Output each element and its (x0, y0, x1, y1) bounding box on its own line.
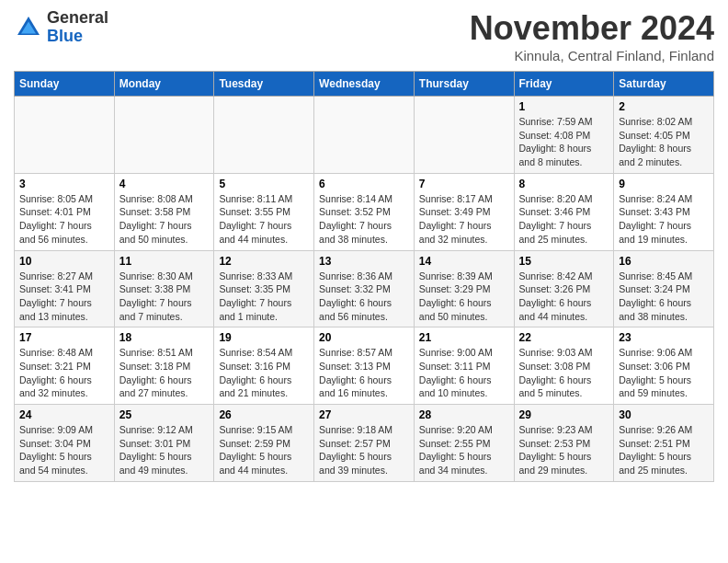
day-info: Sunrise: 8:05 AM Sunset: 4:01 PM Dayligh… (19, 192, 109, 247)
calendar-cell: 3Sunrise: 8:05 AM Sunset: 4:01 PM Daylig… (15, 173, 115, 250)
week-row-5: 24Sunrise: 9:09 AM Sunset: 3:04 PM Dayli… (15, 405, 714, 482)
day-info: Sunrise: 9:15 AM Sunset: 2:59 PM Dayligh… (219, 423, 309, 477)
day-number: 4 (119, 178, 210, 190)
day-number: 25 (119, 408, 210, 421)
day-number: 19 (219, 331, 309, 344)
calendar-cell: 18Sunrise: 8:51 AM Sunset: 3:18 PM Dayli… (114, 327, 214, 405)
day-info: Sunrise: 8:17 AM Sunset: 3:49 PM Dayligh… (419, 192, 509, 247)
logo-text: General Blue (47, 9, 108, 46)
calendar-cell: 20Sunrise: 8:57 AM Sunset: 3:13 PM Dayli… (314, 327, 415, 405)
calendar-cell: 9Sunrise: 8:24 AM Sunset: 3:43 PM Daylig… (614, 173, 714, 250)
calendar-cell: 6Sunrise: 8:14 AM Sunset: 3:52 PM Daylig… (314, 173, 415, 250)
day-number: 30 (619, 408, 709, 421)
calendar-table: SundayMondayTuesdayWednesdayThursdayFrid… (14, 71, 714, 482)
calendar-cell: 25Sunrise: 9:12 AM Sunset: 3:01 PM Dayli… (114, 405, 214, 482)
calendar-cell: 21Sunrise: 9:00 AM Sunset: 3:11 PM Dayli… (414, 327, 514, 405)
calendar-cell: 1Sunrise: 7:59 AM Sunset: 4:08 PM Daylig… (514, 97, 614, 174)
day-info: Sunrise: 8:36 AM Sunset: 3:32 PM Dayligh… (319, 270, 409, 324)
day-info: Sunrise: 8:30 AM Sunset: 3:38 PM Dayligh… (119, 270, 210, 324)
calendar-cell: 4Sunrise: 8:08 AM Sunset: 3:58 PM Daylig… (114, 173, 214, 250)
day-number: 18 (119, 331, 210, 344)
calendar-cell: 28Sunrise: 9:20 AM Sunset: 2:55 PM Dayli… (414, 405, 514, 482)
day-info: Sunrise: 8:27 AM Sunset: 3:41 PM Dayligh… (19, 270, 109, 324)
calendar-cell: 19Sunrise: 8:54 AM Sunset: 3:16 PM Dayli… (214, 327, 314, 405)
day-number: 6 (319, 178, 409, 190)
day-number: 8 (519, 178, 609, 190)
day-info: Sunrise: 9:00 AM Sunset: 3:11 PM Dayligh… (419, 346, 509, 400)
day-info: Sunrise: 8:45 AM Sunset: 3:24 PM Dayligh… (619, 270, 709, 324)
weekday-header-monday: Monday (114, 72, 214, 97)
calendar-cell: 26Sunrise: 9:15 AM Sunset: 2:59 PM Dayli… (214, 405, 314, 482)
calendar-cell: 10Sunrise: 8:27 AM Sunset: 3:41 PM Dayli… (15, 250, 115, 327)
calendar-cell (414, 97, 514, 174)
weekday-header-saturday: Saturday (614, 72, 714, 97)
day-info: Sunrise: 9:12 AM Sunset: 3:01 PM Dayligh… (119, 423, 210, 477)
day-number: 10 (19, 255, 109, 268)
day-number: 26 (219, 408, 309, 421)
week-row-4: 17Sunrise: 8:48 AM Sunset: 3:21 PM Dayli… (15, 327, 714, 405)
day-info: Sunrise: 8:02 AM Sunset: 4:05 PM Dayligh… (619, 115, 709, 169)
calendar-cell: 23Sunrise: 9:06 AM Sunset: 3:06 PM Dayli… (614, 327, 714, 405)
calendar-cell: 30Sunrise: 9:26 AM Sunset: 2:51 PM Dayli… (614, 405, 714, 482)
day-number: 27 (319, 408, 409, 421)
day-number: 1 (519, 100, 609, 113)
logo-icon (14, 13, 43, 42)
weekday-header-tuesday: Tuesday (214, 72, 314, 97)
logo: General Blue (14, 9, 108, 46)
day-info: Sunrise: 9:20 AM Sunset: 2:55 PM Dayligh… (419, 423, 509, 477)
day-info: Sunrise: 8:20 AM Sunset: 3:46 PM Dayligh… (519, 192, 609, 247)
week-row-2: 3Sunrise: 8:05 AM Sunset: 4:01 PM Daylig… (15, 173, 714, 250)
day-number: 29 (519, 408, 609, 421)
day-number: 20 (319, 331, 409, 344)
day-number: 22 (519, 331, 609, 344)
day-number: 5 (219, 178, 309, 190)
day-info: Sunrise: 9:23 AM Sunset: 2:53 PM Dayligh… (519, 423, 609, 477)
location-subtitle: Kinnula, Central Finland, Finland (470, 48, 714, 63)
page-header: General Blue November 2024 Kinnula, Cent… (14, 9, 714, 63)
day-number: 17 (19, 331, 109, 344)
day-info: Sunrise: 8:08 AM Sunset: 3:58 PM Dayligh… (119, 192, 210, 247)
day-number: 13 (319, 255, 409, 268)
calendar-cell: 14Sunrise: 8:39 AM Sunset: 3:29 PM Dayli… (414, 250, 514, 327)
day-info: Sunrise: 8:11 AM Sunset: 3:55 PM Dayligh… (219, 192, 309, 247)
day-info: Sunrise: 8:42 AM Sunset: 3:26 PM Dayligh… (519, 270, 609, 324)
weekday-header-row: SundayMondayTuesdayWednesdayThursdayFrid… (15, 72, 714, 97)
week-row-3: 10Sunrise: 8:27 AM Sunset: 3:41 PM Dayli… (15, 250, 714, 327)
day-number: 12 (219, 255, 309, 268)
day-info: Sunrise: 8:57 AM Sunset: 3:13 PM Dayligh… (319, 346, 409, 400)
day-info: Sunrise: 8:33 AM Sunset: 3:35 PM Dayligh… (219, 270, 309, 324)
weekday-header-friday: Friday (514, 72, 614, 97)
day-number: 11 (119, 255, 210, 268)
day-number: 14 (419, 255, 509, 268)
week-row-1: 1Sunrise: 7:59 AM Sunset: 4:08 PM Daylig… (15, 97, 714, 174)
calendar-cell: 7Sunrise: 8:17 AM Sunset: 3:49 PM Daylig… (414, 173, 514, 250)
weekday-header-thursday: Thursday (414, 72, 514, 97)
calendar-cell: 29Sunrise: 9:23 AM Sunset: 2:53 PM Dayli… (514, 405, 614, 482)
day-number: 7 (419, 178, 509, 190)
day-info: Sunrise: 7:59 AM Sunset: 4:08 PM Dayligh… (519, 115, 609, 169)
day-number: 9 (619, 178, 709, 190)
calendar-cell: 24Sunrise: 9:09 AM Sunset: 3:04 PM Dayli… (15, 405, 115, 482)
day-number: 21 (419, 331, 509, 344)
month-title: November 2024 (470, 9, 714, 48)
calendar-cell: 15Sunrise: 8:42 AM Sunset: 3:26 PM Dayli… (514, 250, 614, 327)
title-area: November 2024 Kinnula, Central Finland, … (470, 9, 714, 63)
day-number: 3 (19, 178, 109, 190)
day-number: 23 (619, 331, 709, 344)
calendar-cell (214, 97, 314, 174)
calendar-cell: 27Sunrise: 9:18 AM Sunset: 2:57 PM Dayli… (314, 405, 415, 482)
day-info: Sunrise: 9:06 AM Sunset: 3:06 PM Dayligh… (619, 346, 709, 400)
day-number: 15 (519, 255, 609, 268)
weekday-header-sunday: Sunday (15, 72, 115, 97)
day-info: Sunrise: 8:51 AM Sunset: 3:18 PM Dayligh… (119, 346, 210, 400)
day-info: Sunrise: 8:39 AM Sunset: 3:29 PM Dayligh… (419, 270, 509, 324)
day-info: Sunrise: 9:26 AM Sunset: 2:51 PM Dayligh… (619, 423, 709, 477)
calendar-cell: 11Sunrise: 8:30 AM Sunset: 3:38 PM Dayli… (114, 250, 214, 327)
calendar-cell: 13Sunrise: 8:36 AM Sunset: 3:32 PM Dayli… (314, 250, 415, 327)
day-number: 16 (619, 255, 709, 268)
day-number: 28 (419, 408, 509, 421)
calendar-cell: 8Sunrise: 8:20 AM Sunset: 3:46 PM Daylig… (514, 173, 614, 250)
day-info: Sunrise: 8:24 AM Sunset: 3:43 PM Dayligh… (619, 192, 709, 247)
day-info: Sunrise: 9:18 AM Sunset: 2:57 PM Dayligh… (319, 423, 409, 477)
calendar-cell: 16Sunrise: 8:45 AM Sunset: 3:24 PM Dayli… (614, 250, 714, 327)
